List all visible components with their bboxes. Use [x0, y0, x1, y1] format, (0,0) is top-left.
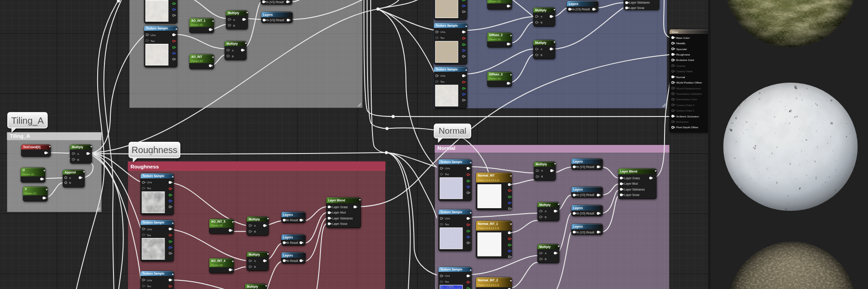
svg-text:Layer Snow: Layer Snow — [624, 193, 640, 197]
svg-text:Layer Snow: Layer Snow — [629, 6, 645, 10]
svg-text:Tex: Tex — [151, 40, 155, 42]
svg-text:AO_INT_1: AO_INT_1 — [191, 19, 206, 22]
svg-text:B: B — [233, 24, 235, 27]
svg-text:Layers: Layers — [573, 206, 583, 210]
svg-text:Texture Sample: Texture Sample — [440, 210, 462, 214]
svg-text:Param (0): Param (0) — [211, 264, 223, 266]
svg-text:Tex: Tex — [147, 187, 151, 190]
svg-text:Multiply: Multiply — [249, 218, 260, 221]
svg-text:UVs: UVs — [147, 181, 152, 184]
svg-text:Texture Sample: Texture Sample — [142, 174, 165, 178]
svg-text:Layer Mud: Layer Mud — [332, 211, 346, 214]
svg-text:Layer Mud: Layer Mud — [624, 182, 638, 186]
svg-text:Texture Sample: Texture Sample — [142, 272, 165, 275]
svg-text:TexCoord[0]: TexCoord[0] — [23, 145, 40, 149]
svg-text:Param (1): Param (1) — [23, 173, 34, 176]
svg-text:AO_INT_4: AO_INT_4 — [211, 259, 226, 262]
svg-text:Tex: Tex — [440, 80, 444, 83]
svg-text:Texture Sample: Texture Sample — [436, 24, 458, 28]
svg-text:A: A — [541, 15, 542, 18]
svg-text:Layer Sidelanes: Layer Sidelanes — [332, 217, 353, 220]
svg-text:B: B — [541, 175, 543, 178]
svg-text:Custom Data 1: Custom Data 1 — [676, 109, 695, 112]
svg-text:Metallic: Metallic — [676, 42, 685, 45]
svg-text:Emissive Color: Emissive Color — [676, 59, 694, 61]
svg-text:B: B — [545, 258, 547, 261]
svg-text:Normal_INT_2: Normal_INT_2 — [478, 279, 498, 282]
svg-text:B: B — [541, 21, 542, 24]
svg-text:Texture Sample: Texture Sample — [440, 268, 462, 271]
svg-text:Param (0): Param (0) — [489, 0, 501, 3]
svg-text:Param (0): Param (0) — [489, 77, 501, 80]
svg-text:A: A — [233, 19, 235, 21]
svg-text:Layer Sidelanes: Layer Sidelanes — [624, 188, 645, 191]
svg-text:In (V3) Result: In (V3) Result — [267, 19, 284, 22]
svg-text:Normal: Normal — [439, 126, 466, 135]
svg-text:Layer Grass: Layer Grass — [332, 205, 348, 209]
svg-text:In Result: In Result — [287, 259, 298, 262]
svg-text:Append: Append — [65, 171, 76, 174]
svg-text:UVs: UVs — [147, 279, 152, 282]
svg-text:Multiply: Multiply — [249, 253, 260, 256]
svg-text:Normal_INT_1: Normal_INT_1 — [478, 222, 498, 225]
svg-text:Layers: Layers — [283, 236, 293, 239]
svg-text:A: A — [232, 49, 234, 52]
svg-text:Layer Blend: Layer Blend — [328, 199, 345, 202]
svg-text:Layers: Layers — [283, 213, 293, 217]
svg-text:Layers: Layers — [573, 225, 583, 228]
svg-text:B: B — [541, 54, 542, 56]
svg-text:Param (1,6,1,6,1,1): Param (1,6,1,6,1,1) — [478, 179, 500, 182]
svg-text:Diffuse_2: Diffuse_2 — [489, 33, 503, 37]
svg-text:A: A — [77, 153, 79, 155]
svg-text:Normal: Normal — [676, 76, 685, 79]
svg-text:Multiply: Multiply — [535, 41, 547, 45]
svg-text:World Displacement: World Displacement — [676, 87, 701, 90]
svg-text:In (V3) Result: In (V3) Result — [577, 212, 594, 215]
svg-text:B: B — [77, 158, 79, 161]
svg-text:B: B — [254, 266, 256, 268]
svg-text:Tessellation Multiplier: Tessellation Multiplier — [676, 93, 702, 95]
svg-text:A: A — [254, 224, 256, 227]
svg-text:Opacity Mask: Opacity Mask — [676, 70, 693, 73]
svg-text:Tex: Tex — [147, 285, 151, 288]
svg-text:Multiply: Multiply — [539, 203, 551, 207]
svg-text:In Result: In Result — [287, 219, 298, 222]
svg-text:In Result: In Result — [287, 241, 298, 244]
svg-text:UVs: UVs — [445, 217, 450, 220]
svg-text:Texture Sample: Texture Sample — [146, 27, 168, 30]
svg-text:Texture Sample: Texture Sample — [142, 221, 165, 224]
svg-text:UVs: UVs — [151, 34, 156, 37]
svg-text:Texture Sample: Texture Sample — [436, 68, 458, 71]
svg-text:Tex: Tex — [445, 223, 449, 226]
svg-text:AO_INT: AO_INT — [191, 55, 202, 58]
svg-text:Tex: Tex — [445, 173, 449, 176]
svg-text:AO_INT_5: AO_INT_5 — [211, 220, 226, 223]
svg-text:A: A — [541, 48, 542, 51]
svg-text:Layers: Layers — [569, 2, 579, 6]
svg-text:Multiply: Multiply — [72, 145, 83, 149]
svg-text:Tex: Tex — [440, 37, 444, 39]
svg-text:Ambient Occlusion: Ambient Occlusion — [676, 115, 699, 118]
svg-text:Multiply: Multiply — [539, 245, 551, 249]
svg-text:Roughness: Roughness — [131, 164, 159, 169]
svg-text:In (V3) Result: In (V3) Result — [577, 193, 594, 197]
svg-text:In (V3) Result: In (V3) Result — [577, 165, 594, 169]
svg-text:Multiply: Multiply — [228, 11, 239, 15]
svg-text:B: B — [232, 55, 234, 58]
svg-text:In (V3) Result: In (V3) Result — [572, 8, 590, 11]
svg-text:Layers: Layers — [573, 188, 583, 191]
svg-text:Layer Sidelanes: Layer Sidelanes — [629, 1, 650, 5]
svg-text:UVs: UVs — [440, 31, 445, 33]
svg-text:Multiply: Multiply — [535, 9, 547, 12]
svg-text:Base Color: Base Color — [676, 37, 690, 39]
svg-text:View: View — [672, 30, 678, 33]
svg-text:Layers: Layers — [263, 13, 273, 17]
svg-text:Layer Grass: Layer Grass — [624, 177, 640, 180]
svg-text:Param (1,6,1,6,1,1): Param (1,6,1,6,1,1) — [478, 284, 500, 286]
svg-text:A: A — [545, 210, 547, 213]
svg-text:B: B — [545, 216, 547, 219]
svg-text:B: B — [69, 182, 71, 184]
svg-text:Multiply: Multiply — [247, 285, 258, 289]
svg-text:A: A — [541, 169, 543, 172]
svg-text:Tex: Tex — [445, 280, 449, 283]
